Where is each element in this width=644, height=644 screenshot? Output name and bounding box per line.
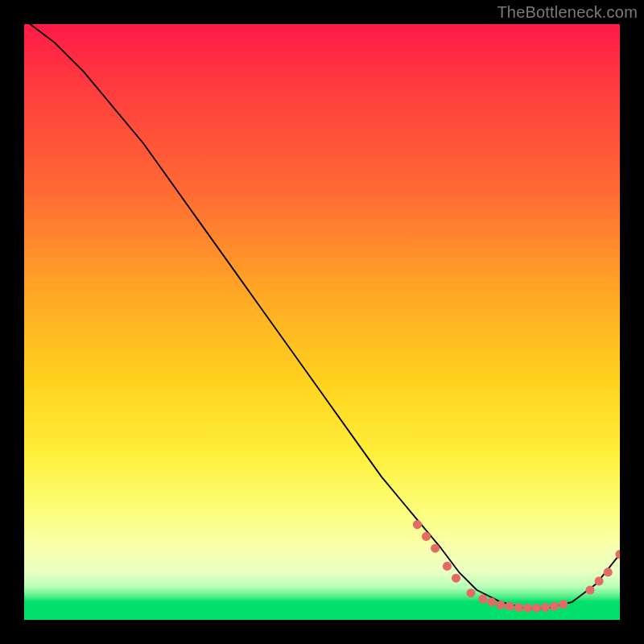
- highlight-dot: [452, 574, 460, 583]
- highlight-dots: [413, 520, 620, 613]
- highlight-dot: [487, 597, 496, 606]
- highlight-dot: [496, 601, 505, 609]
- highlight-dot: [615, 550, 620, 559]
- highlight-dot: [443, 562, 452, 571]
- highlight-dot: [559, 600, 568, 609]
- highlight-dot: [431, 544, 440, 553]
- chart-svg: [24, 24, 620, 620]
- highlight-dot: [585, 585, 594, 594]
- highlight-dot: [550, 601, 559, 610]
- highlight-dot: [541, 603, 550, 612]
- highlight-dot: [595, 576, 604, 585]
- highlight-dot: [523, 604, 532, 613]
- highlight-dot: [514, 603, 523, 612]
- highlight-dot: [604, 568, 613, 576]
- highlight-dot: [478, 595, 487, 604]
- plot-area: [24, 24, 620, 620]
- highlight-dot: [532, 604, 541, 613]
- highlight-dot: [466, 588, 475, 597]
- bottleneck-curve: [30, 24, 620, 608]
- watermark-text: TheBottleneck.com: [497, 3, 638, 22]
- highlight-dot: [422, 532, 431, 541]
- stage: TheBottleneck.com: [0, 0, 644, 644]
- highlight-dot: [506, 601, 514, 610]
- highlight-dot: [413, 520, 422, 529]
